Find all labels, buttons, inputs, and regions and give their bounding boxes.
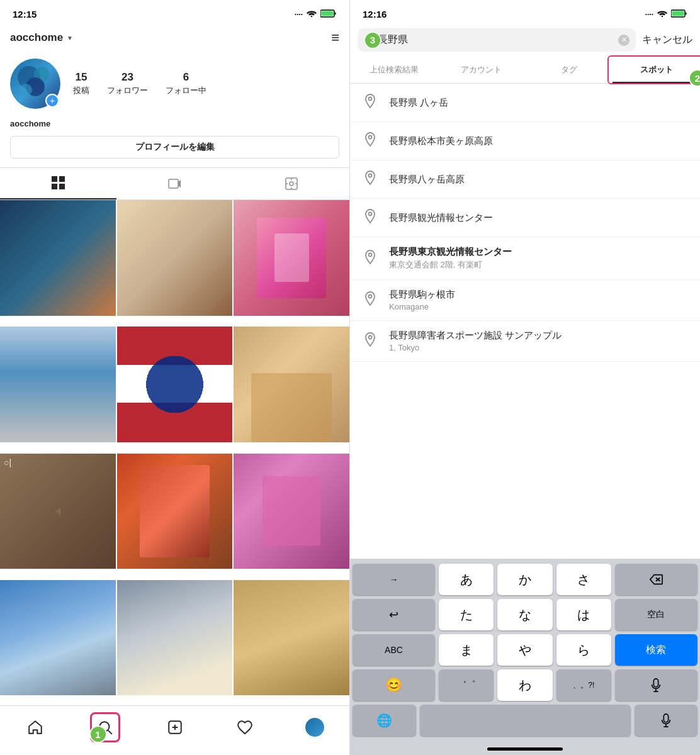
result-text-7: 長野県障害者スポーツ施設 サンアップル 1, Tokyo bbox=[389, 330, 562, 352]
key-ka[interactable]: か bbox=[497, 564, 552, 595]
result-item-1[interactable]: 長野県 八ヶ岳 bbox=[350, 84, 700, 122]
right-status-bar: 12:16 ···· bbox=[350, 0, 700, 25]
keyboard-row-5: 🌐 bbox=[353, 705, 697, 736]
add-story-button[interactable]: + bbox=[45, 94, 59, 108]
tab-top-results[interactable]: 上位検索結果 bbox=[350, 58, 438, 83]
pin-icon-7 bbox=[360, 331, 380, 351]
clear-search-button[interactable]: ✕ bbox=[618, 35, 629, 46]
photo-grid: ○| ○| bbox=[0, 200, 349, 705]
home-nav-button[interactable] bbox=[20, 712, 50, 742]
following-stat[interactable]: 6 フォロー中 bbox=[166, 71, 206, 96]
result-item-4[interactable]: 長野県観光情報センター bbox=[350, 199, 700, 237]
result-item-7[interactable]: 長野県障害者スポーツ施設 サンアップル 1, Tokyo bbox=[350, 321, 700, 362]
left-time: 12:15 bbox=[13, 9, 37, 20]
svg-rect-11 bbox=[169, 179, 178, 188]
tab-spots[interactable]: スポット 2 bbox=[612, 58, 700, 83]
home-indicator bbox=[350, 742, 700, 755]
svg-point-14 bbox=[290, 182, 293, 186]
key-sa[interactable]: さ bbox=[556, 564, 611, 595]
key-ha[interactable]: は bbox=[556, 599, 611, 630]
left-status-icons: ···· bbox=[295, 9, 337, 20]
search-nav-button[interactable]: 1 bbox=[90, 712, 120, 742]
grid-item[interactable] bbox=[0, 580, 116, 696]
pin-icon-5 bbox=[360, 249, 380, 269]
key-dakuten[interactable]: ゛゜ bbox=[439, 669, 494, 701]
result-main-6: 長野県駒ヶ根市 bbox=[389, 289, 455, 301]
key-space-bar[interactable] bbox=[420, 705, 631, 736]
result-item-3[interactable]: 長野県八ヶ岳高原 bbox=[350, 160, 700, 199]
key-a[interactable]: あ bbox=[439, 564, 494, 595]
key-return[interactable]: ↩ bbox=[353, 599, 435, 630]
result-main-3: 長野県八ヶ岳高原 bbox=[389, 174, 465, 186]
pin-icon-6 bbox=[360, 290, 380, 310]
menu-icon[interactable]: ≡ bbox=[331, 30, 339, 46]
svg-line-20 bbox=[108, 730, 111, 734]
grid-item[interactable] bbox=[117, 580, 233, 696]
grid-item[interactable] bbox=[0, 327, 116, 442]
key-globe[interactable]: 🌐 bbox=[353, 705, 416, 736]
result-text-4: 長野県観光情報センター bbox=[389, 212, 493, 224]
pin-icon bbox=[360, 92, 380, 113]
grid-item[interactable] bbox=[234, 454, 349, 569]
key-wa[interactable]: わ bbox=[497, 669, 552, 701]
grid-item[interactable] bbox=[234, 327, 349, 442]
key-mic-bottom[interactable] bbox=[635, 705, 698, 736]
key-arrow[interactable]: → bbox=[353, 564, 435, 595]
edit-profile-button[interactable]: プロフィールを編集 bbox=[10, 136, 339, 159]
key-microphone[interactable] bbox=[615, 669, 697, 701]
key-emoji[interactable]: 😊 bbox=[353, 669, 435, 701]
wifi-icon bbox=[307, 9, 317, 19]
result-text-3: 長野県八ヶ岳高原 bbox=[389, 174, 465, 186]
result-text-2: 長野県松本市美ヶ原高原 bbox=[389, 135, 493, 147]
svg-rect-9 bbox=[52, 184, 57, 189]
key-ya[interactable]: や bbox=[497, 634, 552, 666]
grid-item[interactable] bbox=[0, 200, 116, 316]
key-ra[interactable]: ら bbox=[556, 634, 611, 666]
svg-rect-38 bbox=[654, 679, 658, 687]
grid-item[interactable] bbox=[234, 580, 349, 696]
signal-icon: ···· bbox=[295, 10, 303, 19]
grid-item[interactable] bbox=[117, 327, 233, 442]
followers-count: 23 bbox=[121, 71, 133, 84]
following-label: フォロー中 bbox=[166, 85, 206, 96]
key-punctuation[interactable]: 、。?! bbox=[556, 669, 611, 701]
keyboard-row-3: ABC ま や ら 検索 bbox=[353, 634, 697, 666]
grid-item[interactable] bbox=[117, 454, 233, 569]
search-query-text[interactable]: 長野県 bbox=[378, 33, 613, 47]
key-abc[interactable]: ABC bbox=[353, 634, 435, 666]
grid-item[interactable]: ○| ○| bbox=[0, 454, 116, 569]
key-search[interactable]: 検索 bbox=[615, 634, 697, 666]
key-ma[interactable]: ま bbox=[439, 634, 494, 666]
result-main-2: 長野県松本市美ヶ原高原 bbox=[389, 135, 493, 147]
search-bar-row: 長野県 ✕ 3 キャンセル bbox=[350, 25, 700, 58]
username-area[interactable]: aocchome ▼ bbox=[10, 31, 73, 44]
result-text-6: 長野県駒ヶ根市 Komagane bbox=[389, 289, 455, 311]
result-text-1: 長野県 八ヶ岳 bbox=[389, 97, 448, 109]
result-item-5[interactable]: 長野県東京観光情報センター 東京交通会館 2階, 有楽町 bbox=[350, 237, 700, 280]
result-item-6[interactable]: 長野県駒ヶ根市 Komagane bbox=[350, 280, 700, 321]
activity-nav-button[interactable] bbox=[230, 712, 260, 742]
left-status-bar: 12:15 ···· bbox=[0, 0, 349, 25]
svg-point-34 bbox=[369, 295, 372, 298]
followers-stat[interactable]: 23 フォロワー bbox=[107, 71, 148, 96]
grid-item[interactable] bbox=[117, 200, 233, 316]
right-signal-icon: ···· bbox=[645, 10, 653, 19]
svg-point-0 bbox=[311, 16, 312, 17]
tagged-tab[interactable] bbox=[233, 168, 349, 199]
cancel-search-button[interactable]: キャンセル bbox=[642, 33, 692, 47]
key-space[interactable]: 空白 bbox=[615, 599, 697, 630]
profile-nav-button[interactable] bbox=[300, 712, 330, 742]
key-ta[interactable]: た bbox=[439, 599, 494, 630]
add-nav-button[interactable] bbox=[160, 712, 190, 742]
key-na[interactable]: な bbox=[497, 599, 552, 630]
result-main-1: 長野県 八ヶ岳 bbox=[389, 97, 448, 109]
grid-tab[interactable] bbox=[0, 168, 116, 199]
camera-icon: ○| bbox=[4, 457, 11, 467]
key-delete[interactable] bbox=[615, 564, 697, 595]
video-tab[interactable] bbox=[116, 168, 233, 199]
grid-item[interactable] bbox=[234, 200, 349, 316]
posts-stat: 15 投稿 bbox=[73, 71, 89, 96]
tab-tags[interactable]: タグ bbox=[525, 58, 612, 83]
result-item-2[interactable]: 長野県松本市美ヶ原高原 bbox=[350, 122, 700, 160]
tab-accounts[interactable]: アカウント bbox=[438, 58, 525, 83]
